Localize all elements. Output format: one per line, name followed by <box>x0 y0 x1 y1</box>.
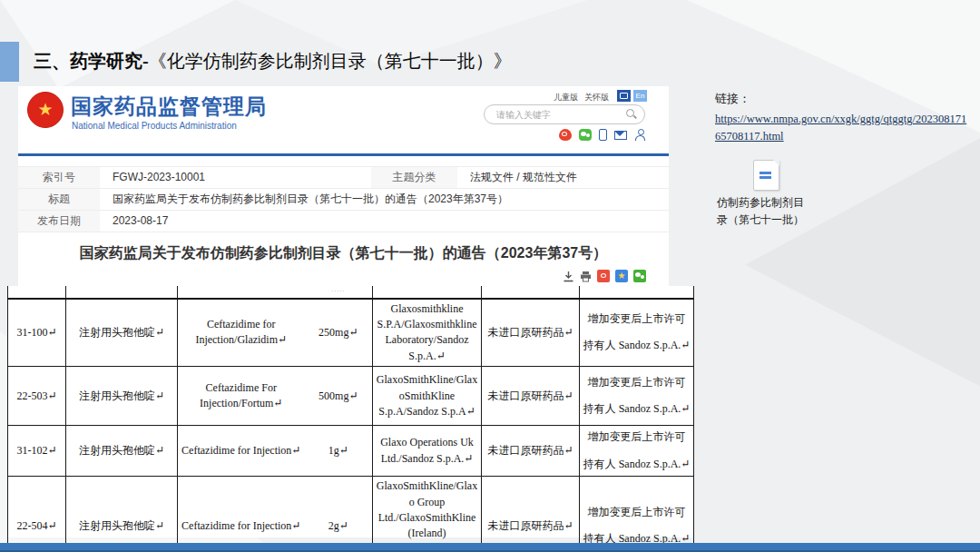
meta-title-label: 标题 <box>18 189 100 210</box>
cell-origin: 未进口原研药品↵ <box>482 367 580 426</box>
cell-spec: 2g↵ <box>305 477 373 552</box>
cell-spec: 1g↵ <box>305 426 373 477</box>
cell-holder: Glaxosmithkline S.P.A/Glaxosmithkline La… <box>373 299 482 367</box>
page-fold <box>773 160 779 166</box>
cell-name-en: Ceftazidime for Injection/Glazidim↵ <box>178 299 305 367</box>
search-input[interactable] <box>495 109 626 121</box>
cell-origin: 未进口原研药品↵ <box>482 299 580 367</box>
cell-remark: 增加变更后上市许可 持有人 Sandoz S.p.A.↵ <box>580 299 694 367</box>
search-icon[interactable] <box>626 109 637 120</box>
remark-line1: 增加变更后上市许可 <box>583 505 691 520</box>
top-links: 儿童版 关怀版 <box>554 92 609 104</box>
cell-name-en: Ceftazidime for Injection↵ <box>178 426 305 477</box>
nmpa-org-name-cn: 国家药品监督管理局 <box>71 93 267 121</box>
cell-remark: 增加变更后上市许可 持有人 Sandoz S.p.A.↵ <box>580 367 694 426</box>
remark-line2: 持有人 Sandoz S.p.A.↵ <box>583 401 691 417</box>
table-row: 31-100↵ 注射用头孢他啶↵ Ceftazidime for Injecti… <box>8 299 694 367</box>
care-version-link[interactable]: 关怀版 <box>584 92 609 104</box>
meta-row: 索引号 FGWJ-2023-10001 主题分类 法规文件 / 规范性文件 <box>18 167 669 189</box>
meta-date-value: 2023-08-17 <box>100 211 669 232</box>
mobile-icon[interactable] <box>599 129 607 141</box>
search-box <box>484 104 645 124</box>
table-cell <box>66 286 178 299</box>
page-title-prefix: 三、药学研究- <box>34 51 149 71</box>
cell-spec: 250mg↵ <box>305 299 373 367</box>
nmpa-org-name-en: National Medical Products Administration <box>72 121 237 131</box>
table-cell <box>373 286 482 299</box>
weibo-icon[interactable] <box>559 129 572 141</box>
cell-holder: Glaxo Operations Uk Ltd./Sandoz S.p.A.↵ <box>373 426 482 477</box>
attachment-caption: 仿制药参比制剂目 录（第七十一批） <box>717 194 826 229</box>
mail-icon[interactable] <box>614 131 627 140</box>
catalog-table: ····· 31-100↵ 注射用头孢他啶↵ Ceftazidime for I… <box>7 286 694 552</box>
illegible-partial-text: ····· <box>305 286 373 299</box>
sidebar: 链接： https://www.nmpa.gov.cn/xxgk/ggtg/qt… <box>715 91 974 146</box>
national-emblem-icon <box>27 92 64 128</box>
table-cell <box>178 286 305 299</box>
cell-holder: GlaxoSmithKline/GlaxoSmithKline S.p.A/Sa… <box>373 367 482 426</box>
share-weibo-icon[interactable] <box>597 270 610 282</box>
nmpa-website-panel: 国家药品监督管理局 National Medical Products Admi… <box>18 86 669 286</box>
catalog-table-panel: ····· 31-100↵ 注射用头孢他啶↵ Ceftazidime for I… <box>7 286 693 537</box>
remark-line2: 持有人 Sandoz S.p.A.↵ <box>583 338 691 353</box>
meta-index-value: FGWJ-2023-10001 <box>100 167 371 188</box>
cell-remark: 增加变更后上市许可 持有人 Sandoz S.p.A.↵ <box>580 477 694 552</box>
table-cell <box>580 286 694 299</box>
cell-origin: 未进口原研药品↵ <box>482 477 580 552</box>
table-row: 31-102↵ 注射用头孢他啶↵ Ceftazidime for Injecti… <box>8 426 694 477</box>
meta-index-label: 索引号 <box>18 167 100 188</box>
document-meta-table: 索引号 FGWJ-2023-10001 主题分类 法规文件 / 规范性文件 标题… <box>18 166 669 232</box>
page-title-rest: 《化学仿制药参比制剂目录（第七十一批）》 <box>149 51 512 71</box>
cell-name-en: Ceftazidime for Injection↵ <box>178 477 305 552</box>
cell-name-cn: 注射用头孢他啶↵ <box>66 477 178 552</box>
language-en-button[interactable]: En <box>633 90 647 102</box>
meta-row: 标题 国家药监局关于发布仿制药参比制剂目录（第七十一批）的通告（2023年第37… <box>18 189 669 211</box>
cell-id: 22-503↵ <box>8 367 66 426</box>
download-icon[interactable] <box>563 271 574 282</box>
cell-spec: 500mg↵ <box>305 367 373 426</box>
cell-name-cn: 注射用头孢他啶↵ <box>66 426 178 477</box>
header-divider <box>18 153 669 156</box>
meta-category-label: 主题分类 <box>371 167 457 188</box>
slide-footer-bar <box>0 543 980 552</box>
meta-row: 发布日期 2023-08-17 <box>18 211 669 232</box>
share-favorite-icon[interactable]: ★ <box>615 270 628 282</box>
title-accent-bar <box>0 42 19 82</box>
children-version-link[interactable]: 儿童版 <box>554 92 578 104</box>
nmpa-notice-link[interactable]: https://www.nmpa.gov.cn/xxgk/ggtg/qtggtg… <box>715 111 967 146</box>
print-icon[interactable] <box>580 271 592 282</box>
table-row: 22-503↵ 注射用头孢他啶↵ Ceftazidime For Injecti… <box>8 367 694 426</box>
remark-line2: 持有人 Sandoz S.p.A.↵ <box>583 457 691 472</box>
meta-category-value: 法规文件 / 规范性文件 <box>457 167 669 188</box>
cell-id: 31-102↵ <box>8 426 66 477</box>
user-icon[interactable] <box>634 129 646 141</box>
social-icon-row <box>559 129 646 141</box>
accessibility-icon[interactable] <box>617 90 631 102</box>
header-badges: En <box>617 90 647 102</box>
remark-line1: 增加变更后上市许可 <box>583 375 691 390</box>
share-wechat-icon[interactable] <box>633 270 646 282</box>
cell-origin: 未进口原研药品↵ <box>482 426 580 477</box>
cell-remark: 增加变更后上市许可 持有人 Sandoz S.p.A.↵ <box>580 426 694 477</box>
table-row: 22-504↵ 注射用头孢他啶↵ Ceftazidime for Injecti… <box>8 477 694 552</box>
remark-line1: 增加变更后上市许可 <box>583 429 691 445</box>
notice-action-icons: ★ <box>563 270 646 282</box>
table-cell <box>8 286 66 299</box>
page-title: 三、药学研究-《化学仿制药参比制剂目录（第七十一批）》 <box>34 49 512 74</box>
attachment-document-icon[interactable] <box>753 160 779 191</box>
cell-holder: GlaxoSmithKline/Glaxo Group Ltd./GlaxoSm… <box>373 477 482 552</box>
cell-id: 31-100↵ <box>8 299 66 367</box>
notice-title: 国家药监局关于发布仿制药参比制剂目录（第七十一批）的通告（2023年第37号） <box>18 244 669 263</box>
cell-name-en: Ceftazidime For Injection/Fortum↵ <box>178 367 305 426</box>
link-label: 链接： <box>715 91 974 107</box>
wechat-icon[interactable] <box>579 129 592 141</box>
cell-name-cn: 注射用头孢他啶↵ <box>66 299 178 367</box>
table-cell <box>482 286 580 299</box>
remark-line1: 增加变更后上市许可 <box>583 311 691 327</box>
meta-date-label: 发布日期 <box>18 211 100 232</box>
table-partial-row: ····· <box>8 286 694 299</box>
cell-name-cn: 注射用头孢他啶↵ <box>66 367 178 426</box>
attachment-caption-line1: 仿制药参比制剂目 <box>717 194 826 212</box>
meta-title-value: 国家药监局关于发布仿制药参比制剂目录（第七十一批）的通告（2023年第37号） <box>100 189 669 210</box>
attachment-caption-line2: 录（第七十一批） <box>717 212 826 229</box>
